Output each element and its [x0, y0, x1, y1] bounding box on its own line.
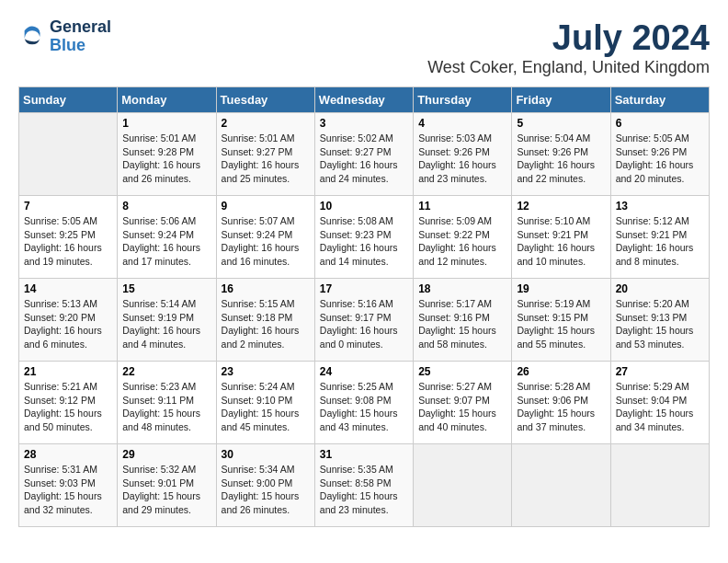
calendar-cell: 6Sunrise: 5:05 AMSunset: 9:26 PMDaylight… — [610, 113, 709, 196]
day-number: 10 — [320, 200, 408, 213]
day-info: Sunrise: 5:17 AMSunset: 9:16 PMDaylight:… — [418, 297, 506, 351]
day-info: Sunrise: 5:21 AMSunset: 9:12 PMDaylight:… — [24, 380, 112, 434]
calendar-week-1: 1Sunrise: 5:01 AMSunset: 9:28 PMDaylight… — [19, 113, 710, 196]
day-number: 21 — [24, 365, 112, 378]
day-number: 13 — [616, 200, 704, 213]
day-info: Sunrise: 5:32 AMSunset: 9:01 PMDaylight:… — [122, 463, 210, 517]
calendar-cell: 19Sunrise: 5:19 AMSunset: 9:15 PMDayligh… — [512, 279, 610, 362]
calendar-cell: 15Sunrise: 5:14 AMSunset: 9:19 PMDayligh… — [118, 279, 216, 362]
header-monday: Monday — [118, 87, 216, 113]
calendar-cell: 17Sunrise: 5:16 AMSunset: 9:17 PMDayligh… — [314, 279, 413, 362]
day-number: 25 — [418, 365, 506, 378]
calendar-cell: 30Sunrise: 5:34 AMSunset: 9:00 PMDayligh… — [216, 444, 314, 527]
day-info: Sunrise: 5:14 AMSunset: 9:19 PMDaylight:… — [122, 297, 210, 351]
calendar-cell: 22Sunrise: 5:23 AMSunset: 9:11 PMDayligh… — [118, 362, 216, 444]
day-number: 29 — [122, 448, 210, 461]
calendar-cell — [19, 113, 118, 196]
day-info: Sunrise: 5:29 AMSunset: 9:04 PMDaylight:… — [616, 380, 704, 434]
header-saturday: Saturday — [610, 87, 709, 113]
day-number: 14 — [24, 282, 112, 295]
day-info: Sunrise: 5:04 AMSunset: 9:26 PMDaylight:… — [517, 132, 605, 186]
calendar-cell: 20Sunrise: 5:20 AMSunset: 9:13 PMDayligh… — [610, 279, 709, 362]
calendar-cell: 2Sunrise: 5:01 AMSunset: 9:27 PMDaylight… — [216, 113, 314, 196]
day-number: 31 — [320, 448, 408, 461]
day-info: Sunrise: 5:12 AMSunset: 9:21 PMDaylight:… — [616, 214, 704, 269]
calendar-cell: 8Sunrise: 5:06 AMSunset: 9:24 PMDaylight… — [118, 196, 216, 279]
page-title: July 2024 — [427, 18, 710, 58]
calendar-cell: 3Sunrise: 5:02 AMSunset: 9:27 PMDaylight… — [314, 113, 413, 196]
day-number: 20 — [616, 282, 704, 295]
day-info: Sunrise: 5:15 AMSunset: 9:18 PMDaylight:… — [222, 297, 310, 351]
calendar-week-2: 7Sunrise: 5:05 AMSunset: 9:25 PMDaylight… — [19, 196, 710, 279]
day-info: Sunrise: 5:07 AMSunset: 9:24 PMDaylight:… — [222, 214, 310, 269]
calendar-cell: 25Sunrise: 5:27 AMSunset: 9:07 PMDayligh… — [414, 362, 512, 444]
logo: General Blue — [18, 18, 111, 55]
logo-line2: Blue — [50, 37, 111, 55]
header-sunday: Sunday — [19, 87, 118, 113]
calendar-cell: 28Sunrise: 5:31 AMSunset: 9:03 PMDayligh… — [19, 444, 118, 527]
calendar-cell: 1Sunrise: 5:01 AMSunset: 9:28 PMDaylight… — [118, 113, 216, 196]
day-info: Sunrise: 5:35 AMSunset: 8:58 PMDaylight:… — [320, 463, 408, 517]
day-info: Sunrise: 5:05 AMSunset: 9:26 PMDaylight:… — [616, 132, 704, 186]
calendar-cell: 23Sunrise: 5:24 AMSunset: 9:10 PMDayligh… — [216, 362, 314, 444]
day-info: Sunrise: 5:01 AMSunset: 9:27 PMDaylight:… — [222, 132, 310, 186]
calendar-cell: 14Sunrise: 5:13 AMSunset: 9:20 PMDayligh… — [19, 279, 118, 362]
calendar-cell: 10Sunrise: 5:08 AMSunset: 9:23 PMDayligh… — [314, 196, 413, 279]
day-info: Sunrise: 5:03 AMSunset: 9:26 PMDaylight:… — [418, 132, 506, 186]
day-number: 30 — [222, 448, 310, 461]
day-number: 4 — [418, 117, 506, 130]
day-number: 27 — [616, 365, 704, 378]
day-number: 7 — [24, 200, 112, 213]
day-number: 8 — [122, 200, 210, 213]
day-number: 18 — [418, 282, 506, 295]
calendar-cell: 13Sunrise: 5:12 AMSunset: 9:21 PMDayligh… — [610, 196, 709, 279]
day-info: Sunrise: 5:13 AMSunset: 9:20 PMDaylight:… — [24, 297, 112, 351]
calendar-cell — [414, 444, 512, 527]
day-info: Sunrise: 5:06 AMSunset: 9:24 PMDaylight:… — [122, 214, 210, 269]
day-number: 26 — [517, 365, 605, 378]
calendar-cell: 31Sunrise: 5:35 AMSunset: 8:58 PMDayligh… — [314, 444, 413, 527]
day-info: Sunrise: 5:19 AMSunset: 9:15 PMDaylight:… — [517, 297, 605, 351]
day-info: Sunrise: 5:24 AMSunset: 9:10 PMDaylight:… — [222, 380, 310, 434]
header-friday: Friday — [512, 87, 610, 113]
calendar-cell — [512, 444, 610, 527]
day-number: 28 — [24, 448, 112, 461]
day-info: Sunrise: 5:28 AMSunset: 9:06 PMDaylight:… — [517, 380, 605, 434]
header-tuesday: Tuesday — [216, 87, 314, 113]
day-number: 23 — [222, 365, 310, 378]
day-info: Sunrise: 5:23 AMSunset: 9:11 PMDaylight:… — [122, 380, 210, 434]
calendar-cell: 26Sunrise: 5:28 AMSunset: 9:06 PMDayligh… — [512, 362, 610, 444]
day-info: Sunrise: 5:09 AMSunset: 9:22 PMDaylight:… — [418, 214, 506, 269]
calendar-header: Sunday Monday Tuesday Wednesday Thursday… — [19, 87, 710, 113]
logo-line1: General — [50, 18, 111, 37]
day-info: Sunrise: 5:25 AMSunset: 9:08 PMDaylight:… — [320, 380, 408, 434]
calendar-week-3: 14Sunrise: 5:13 AMSunset: 9:20 PMDayligh… — [19, 279, 710, 362]
calendar-cell: 18Sunrise: 5:17 AMSunset: 9:16 PMDayligh… — [414, 279, 512, 362]
calendar-cell: 29Sunrise: 5:32 AMSunset: 9:01 PMDayligh… — [118, 444, 216, 527]
page-header: General Blue July 2024 West Coker, Engla… — [18, 18, 710, 77]
calendar-week-4: 21Sunrise: 5:21 AMSunset: 9:12 PMDayligh… — [19, 362, 710, 444]
calendar-cell: 4Sunrise: 5:03 AMSunset: 9:26 PMDaylight… — [414, 113, 512, 196]
day-info: Sunrise: 5:02 AMSunset: 9:27 PMDaylight:… — [320, 132, 408, 186]
day-info: Sunrise: 5:34 AMSunset: 9:00 PMDaylight:… — [222, 463, 310, 517]
day-number: 9 — [222, 200, 310, 213]
calendar-cell — [610, 444, 709, 527]
day-info: Sunrise: 5:31 AMSunset: 9:03 PMDaylight:… — [24, 463, 112, 517]
day-info: Sunrise: 5:05 AMSunset: 9:25 PMDaylight:… — [24, 214, 112, 269]
header-wednesday: Wednesday — [314, 87, 413, 113]
calendar-cell: 16Sunrise: 5:15 AMSunset: 9:18 PMDayligh… — [216, 279, 314, 362]
day-info: Sunrise: 5:27 AMSunset: 9:07 PMDaylight:… — [418, 380, 506, 434]
calendar-cell: 7Sunrise: 5:05 AMSunset: 9:25 PMDaylight… — [19, 196, 118, 279]
day-number: 22 — [122, 365, 210, 378]
calendar-cell: 9Sunrise: 5:07 AMSunset: 9:24 PMDaylight… — [216, 196, 314, 279]
day-info: Sunrise: 5:08 AMSunset: 9:23 PMDaylight:… — [320, 214, 408, 269]
calendar-cell: 12Sunrise: 5:10 AMSunset: 9:21 PMDayligh… — [512, 196, 610, 279]
calendar-cell: 24Sunrise: 5:25 AMSunset: 9:08 PMDayligh… — [314, 362, 413, 444]
title-section: July 2024 West Coker, England, United Ki… — [427, 18, 710, 77]
calendar-cell: 11Sunrise: 5:09 AMSunset: 9:22 PMDayligh… — [414, 196, 512, 279]
calendar-week-5: 28Sunrise: 5:31 AMSunset: 9:03 PMDayligh… — [19, 444, 710, 527]
header-row: Sunday Monday Tuesday Wednesday Thursday… — [19, 87, 710, 113]
day-number: 6 — [616, 117, 704, 130]
calendar-cell: 21Sunrise: 5:21 AMSunset: 9:12 PMDayligh… — [19, 362, 118, 444]
day-number: 1 — [122, 117, 210, 130]
